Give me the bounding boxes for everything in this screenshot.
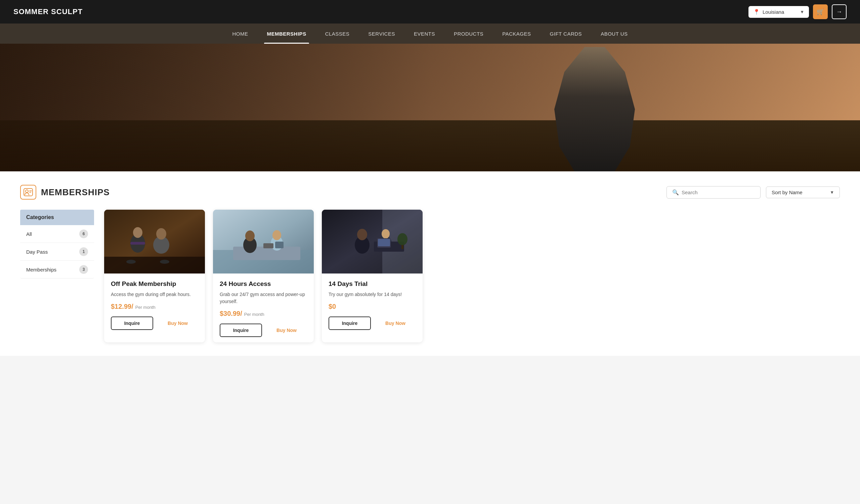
card-off-peak-buy-button[interactable]: Buy Now — [157, 317, 198, 330]
svg-point-7 — [133, 227, 142, 238]
svg-point-1 — [26, 190, 28, 192]
card-off-peak-price: $12.99/ Per month — [111, 303, 198, 311]
card-trial: 14 Days Trial Try our gym absolutely for… — [322, 210, 422, 342]
card-off-peak-title: Off Peak Membership — [111, 280, 198, 288]
card-trial-inquire-button[interactable]: Inquire — [329, 317, 371, 330]
card-trial-actions: Inquire Buy Now — [329, 317, 416, 330]
section-header: MEMBERSHIPS 🔍 Sort by Name ▼ — [20, 185, 840, 200]
svg-point-26 — [357, 229, 367, 240]
card-trial-buy-button[interactable]: Buy Now — [375, 317, 416, 330]
card-trial-price: $0 — [329, 303, 416, 311]
card-24h-desc: Grab our 24/7 gym access and power-up yo… — [220, 291, 307, 305]
card-trial-amount: $0 — [329, 303, 336, 311]
section-title: MEMBERSHIPS — [41, 187, 110, 198]
category-day-pass-count: 1 — [79, 247, 88, 256]
memberships-section: MEMBERSHIPS 🔍 Sort by Name ▼ Categories … — [0, 171, 860, 356]
svg-point-10 — [156, 228, 166, 240]
card-24h-amount: $30.99/ — [220, 310, 242, 318]
cards-grid: Off Peak Membership Access the gym durin… — [104, 210, 840, 342]
card-off-peak-amount: $12.99/ — [111, 303, 133, 311]
location-pin-icon: 📍 — [753, 9, 760, 15]
section-icon — [20, 185, 36, 200]
card-trial-desc: Try our gym absolutely for 14 days! — [329, 291, 416, 298]
nav-item-gift-cards[interactable]: GIFT CARDS — [541, 24, 591, 44]
location-value: Louisiana — [763, 9, 797, 15]
card-24h-inquire-button[interactable]: Inquire — [220, 323, 262, 337]
cart-button[interactable]: 🛒 — [813, 4, 828, 19]
category-all[interactable]: All 6 — [20, 225, 94, 243]
sidebar: Categories All 6 Day Pass 1 Memberships … — [20, 210, 94, 278]
svg-rect-22 — [275, 242, 284, 248]
card-trial-title: 14 Days Trial — [329, 280, 416, 288]
svg-rect-8 — [130, 242, 145, 245]
sort-chevron-icon: ▼ — [830, 190, 834, 195]
nav-item-events[interactable]: EVENTS — [404, 24, 444, 44]
card-24h-price: $30.99/ Per month — [220, 310, 307, 318]
sort-label: Sort by Name — [772, 189, 803, 195]
search-input[interactable] — [682, 189, 755, 195]
svg-rect-31 — [378, 239, 390, 246]
cart-icon: 🛒 — [817, 8, 824, 15]
section-title-wrap: MEMBERSHIPS — [20, 185, 110, 200]
top-right-controls: 📍 Louisiana ▼ 🛒 → — [748, 4, 847, 19]
chevron-down-icon: ▼ — [800, 10, 804, 14]
card-off-peak: Off Peak Membership Access the gym durin… — [104, 210, 205, 342]
hero-overlay — [0, 44, 860, 171]
card-trial-body: 14 Days Trial Try our gym absolutely for… — [322, 274, 422, 335]
category-memberships-count: 3 — [79, 265, 88, 274]
svg-rect-11 — [154, 244, 169, 246]
card-off-peak-period: Per month — [135, 305, 156, 310]
top-bar: SOMMER SCULPT 📍 Louisiana ▼ 🛒 → — [0, 0, 860, 24]
categories-header: Categories — [20, 210, 94, 225]
login-button[interactable]: → — [832, 4, 847, 19]
login-icon: → — [836, 9, 842, 15]
svg-point-12 — [126, 260, 136, 264]
svg-rect-33 — [401, 245, 403, 249]
svg-point-32 — [398, 233, 407, 245]
svg-point-18 — [272, 230, 281, 240]
card-off-peak-inquire-button[interactable]: Inquire — [111, 317, 153, 330]
sort-dropdown[interactable]: Sort by Name ▼ — [766, 186, 840, 198]
category-day-pass-label: Day Pass — [26, 249, 48, 255]
card-off-peak-desc: Access the gym during off peak hours. — [111, 291, 198, 298]
category-all-label: All — [26, 231, 32, 237]
content-layout: Categories All 6 Day Pass 1 Memberships … — [20, 210, 840, 342]
nav-item-services[interactable]: SERVICES — [359, 24, 404, 44]
card-24h-period: Per month — [244, 312, 264, 317]
card-trial-image — [322, 210, 422, 274]
category-memberships[interactable]: Memberships 3 — [20, 261, 94, 278]
card-off-peak-actions: Inquire Buy Now — [111, 317, 198, 330]
nav-item-about-us[interactable]: ABOUT US — [591, 24, 637, 44]
card-24h: 24 Hours Access Grab our 24/7 gym access… — [213, 210, 314, 342]
nav-item-memberships[interactable]: MEMBERSHIPS — [257, 24, 315, 44]
svg-rect-5 — [104, 257, 205, 274]
hero-section — [0, 44, 860, 171]
header-controls: 🔍 Sort by Name ▼ — [666, 186, 840, 199]
navigation-bar: HOME MEMBERSHIPS CLASSES SERVICES EVENTS… — [0, 24, 860, 44]
category-memberships-label: Memberships — [26, 267, 56, 273]
svg-point-13 — [160, 260, 169, 264]
card-24h-image — [213, 210, 314, 274]
nav-item-products[interactable]: PRODUCTS — [444, 24, 493, 44]
search-box[interactable]: 🔍 — [666, 186, 761, 199]
card-off-peak-image — [104, 210, 205, 274]
svg-rect-16 — [233, 247, 300, 260]
search-icon: 🔍 — [672, 189, 679, 196]
location-dropdown[interactable]: 📍 Louisiana ▼ — [748, 6, 809, 18]
card-24h-actions: Inquire Buy Now — [220, 323, 307, 337]
nav-item-classes[interactable]: CLASSES — [316, 24, 359, 44]
card-24h-title: 24 Hours Access — [220, 280, 307, 288]
card-off-peak-body: Off Peak Membership Access the gym durin… — [104, 274, 205, 335]
brand-logo: SOMMER SCULPT — [13, 8, 83, 16]
svg-point-28 — [382, 229, 390, 239]
svg-point-20 — [245, 230, 255, 241]
card-24h-body: 24 Hours Access Grab our 24/7 gym access… — [213, 274, 314, 342]
card-24h-buy-button[interactable]: Buy Now — [266, 323, 307, 337]
nav-item-home[interactable]: HOME — [223, 24, 257, 44]
nav-item-packages[interactable]: PACKAGES — [493, 24, 540, 44]
svg-rect-21 — [263, 243, 273, 248]
category-all-count: 6 — [79, 230, 88, 238]
category-day-pass[interactable]: Day Pass 1 — [20, 243, 94, 261]
